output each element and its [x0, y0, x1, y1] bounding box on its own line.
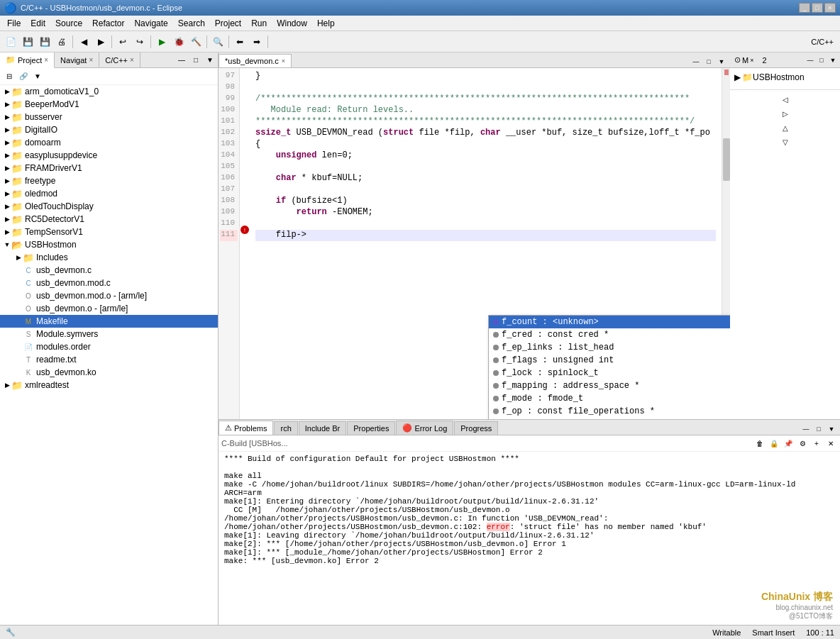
right-minimize-button[interactable]: —: [805, 55, 816, 66]
tab-navigate[interactable]: Navigat ×: [55, 52, 99, 67]
tree-item-usb-devmon-mod-o[interactable]: ▶ O usb_devmon.mod.o - [arm/le]: [0, 289, 218, 302]
right-panel-btn-3[interactable]: △: [779, 121, 792, 134]
bottom-tab-problems[interactable]: ⚠ Problems: [219, 421, 273, 435]
tree-item-makefile[interactable]: ▶ M Makefile: [0, 315, 218, 328]
minimize-button[interactable]: _: [799, 3, 810, 13]
right-dropdown-button[interactable]: ▼: [827, 55, 839, 66]
panel-minimize-button[interactable]: —: [175, 54, 188, 67]
maximize-button[interactable]: □: [812, 3, 823, 13]
tree-item-xmlreadtest[interactable]: ▶ 📁 xmlreadtest: [0, 379, 218, 391]
tree-item-usb-devmon-ko[interactable]: ▶ K usb_devmon.ko: [0, 366, 218, 379]
panel-dropdown-button[interactable]: ▼: [204, 54, 216, 67]
scrollbar-thumb[interactable]: [723, 138, 730, 181]
right-maximize-button[interactable]: □: [816, 55, 827, 66]
redo-button[interactable]: ↪: [132, 34, 148, 50]
menu-file[interactable]: File: [3, 17, 25, 30]
console-clear-button[interactable]: 🗑: [753, 437, 766, 450]
build-button[interactable]: 🔨: [188, 34, 204, 50]
editor-tab-usb-devmon[interactable]: *usb_devmon.c ×: [219, 54, 292, 67]
tree-item-usb-devmon-c[interactable]: ▶ C usb_devmon.c: [0, 264, 218, 277]
panel-menu-button[interactable]: ▼: [31, 70, 44, 83]
console-remove-button[interactable]: ✕: [824, 437, 837, 450]
prev-button[interactable]: ⬅: [232, 34, 248, 50]
right-panel-btn-4[interactable]: ▽: [779, 135, 792, 148]
tab-cpp[interactable]: C/C++ ×: [99, 52, 140, 67]
cpp-tab-close[interactable]: ×: [130, 56, 134, 64]
save-all-button[interactable]: 💾: [37, 34, 52, 50]
tree-item-tempsensor[interactable]: ▶ 📁 TempSensorV1: [0, 226, 218, 238]
right-tree-item-usbhostmon[interactable]: ▶ 📁 USBHostmon: [733, 71, 837, 84]
menu-project[interactable]: Project: [211, 17, 245, 30]
tree-item-digitalio[interactable]: ▶ 📁 DigitalIO: [0, 123, 218, 136]
forward-button[interactable]: ▶: [93, 34, 109, 50]
navigate-tab-close[interactable]: ×: [89, 56, 93, 64]
ac-item-f-op[interactable]: f_op : const file_operations *: [489, 405, 730, 418]
tree-item-framdriver[interactable]: ▶ 📁 FRAMDriverV1: [0, 162, 218, 174]
ac-item-f-lock[interactable]: f_lock : spinlock_t: [489, 367, 730, 379]
ac-item-f-count[interactable]: f_count : <unknown>: [489, 316, 730, 328]
console-new-console-button[interactable]: +: [810, 437, 823, 450]
tree-item-usb-devmon-mod-c[interactable]: ▶ C usb_devmon.mod.c: [0, 277, 218, 289]
bottom-maximize-button[interactable]: □: [813, 423, 824, 435]
bottom-dropdown-button[interactable]: ▼: [826, 423, 837, 435]
collapse-all-button[interactable]: ⊟: [3, 70, 16, 83]
right-panel-btn-2[interactable]: ▷: [779, 107, 792, 120]
ac-item-f-ep-links[interactable]: f_ep_links : list_head: [489, 341, 730, 354]
tree-item-includes[interactable]: ▶ 📁 Includes: [0, 251, 218, 264]
tree-item-easyplusuppdevice[interactable]: ▶ 📁 easyplusuppdevice: [0, 149, 218, 162]
ac-item-f-mapping[interactable]: f_mapping : address_space *: [489, 379, 730, 392]
print-button[interactable]: 🖨: [54, 34, 70, 50]
menu-search[interactable]: Search: [174, 17, 209, 30]
editor-dropdown-button[interactable]: ▼: [716, 56, 727, 67]
tree-item-beeper[interactable]: ▶ 📁 BeeperModV1: [0, 98, 218, 111]
undo-button[interactable]: ↩: [115, 34, 131, 50]
tree-item-usb-devmon-o[interactable]: ▶ O usb_devmon.o - [arm/le]: [0, 302, 218, 315]
tree-item-rc5detector[interactable]: ▶ 📁 RC5DetectorV1: [0, 213, 218, 226]
tab-project[interactable]: 📁 Project ×: [0, 52, 55, 68]
editor-tab-close[interactable]: ×: [282, 57, 285, 65]
right-panel-btn-1[interactable]: ◁: [779, 93, 792, 106]
editor-maximize-button[interactable]: □: [703, 56, 714, 67]
bottom-tab-progress[interactable]: Progress: [454, 421, 498, 435]
tree-item-domoarm[interactable]: ▶ 📁 domoarm: [0, 136, 218, 149]
menu-run[interactable]: Run: [247, 17, 271, 30]
ac-item-f-flags[interactable]: f_flags : unsigned int: [489, 354, 730, 367]
menu-help[interactable]: Help: [313, 17, 339, 30]
right-tab-m-close[interactable]: ×: [750, 57, 753, 64]
bottom-tab-properties[interactable]: Properties: [347, 421, 395, 435]
bottom-minimize-button[interactable]: —: [800, 423, 812, 435]
bottom-tab-search[interactable]: rch: [274, 421, 297, 435]
bottom-tab-error-log[interactable]: 🔴 Error Log: [396, 421, 453, 435]
debug-button[interactable]: 🐞: [171, 34, 187, 50]
menu-edit[interactable]: Edit: [26, 17, 50, 30]
bottom-tab-include-br[interactable]: Include Br: [299, 421, 347, 435]
ac-item-f-mode[interactable]: f_mode : fmode_t: [489, 392, 730, 405]
tree-item-oledmod[interactable]: ▶ 📁 oledmod: [0, 187, 218, 200]
tree-item-module-symvers[interactable]: ▶ S Module.symvers: [0, 328, 218, 340]
close-button[interactable]: ×: [824, 3, 836, 13]
right-tab-2[interactable]: 2: [758, 52, 770, 67]
tree-item-usbhostmon[interactable]: ▼ 📂 USBHostmon: [0, 238, 218, 251]
menu-refactor[interactable]: Refactor: [88, 17, 128, 30]
tree-item-oledtouchdisplay[interactable]: ▶ 📁 OledTouchDisplay: [0, 200, 218, 213]
console-pin-button[interactable]: 📌: [782, 437, 795, 450]
code-area[interactable]: 97 98 99 100 101 102 103 104 105 106 107: [219, 68, 730, 419]
console-settings-button[interactable]: ⚙: [796, 437, 809, 450]
perspective-button[interactable]: C/C++: [807, 34, 837, 50]
tree-item-modules-order[interactable]: ▶ 📄 modules.order: [0, 340, 218, 353]
menu-navigate[interactable]: Navigate: [130, 17, 172, 30]
tree-item-busserver[interactable]: ▶ 📁 busserver: [0, 111, 218, 123]
ac-item-f-cred[interactable]: f_cred : const cred *: [489, 328, 730, 341]
panel-maximize-button[interactable]: □: [189, 54, 202, 67]
run-button[interactable]: ▶: [154, 34, 170, 50]
search-button[interactable]: 🔍: [210, 34, 226, 50]
right-tab-m[interactable]: ⊙ M ×: [730, 52, 758, 67]
window-controls[interactable]: _ □ ×: [799, 3, 836, 13]
tree-item-arm-domotica[interactable]: ▶ 📁 arm_domoticaV1_0: [0, 85, 218, 98]
link-editor-button[interactable]: 🔗: [17, 70, 30, 83]
next-button[interactable]: ➡: [249, 34, 265, 50]
tree-item-readme[interactable]: ▶ T readme.txt: [0, 353, 218, 366]
menu-source[interactable]: Source: [51, 17, 87, 30]
project-tab-close[interactable]: ×: [44, 56, 48, 64]
console-scroll-lock-button[interactable]: 🔒: [768, 437, 780, 450]
